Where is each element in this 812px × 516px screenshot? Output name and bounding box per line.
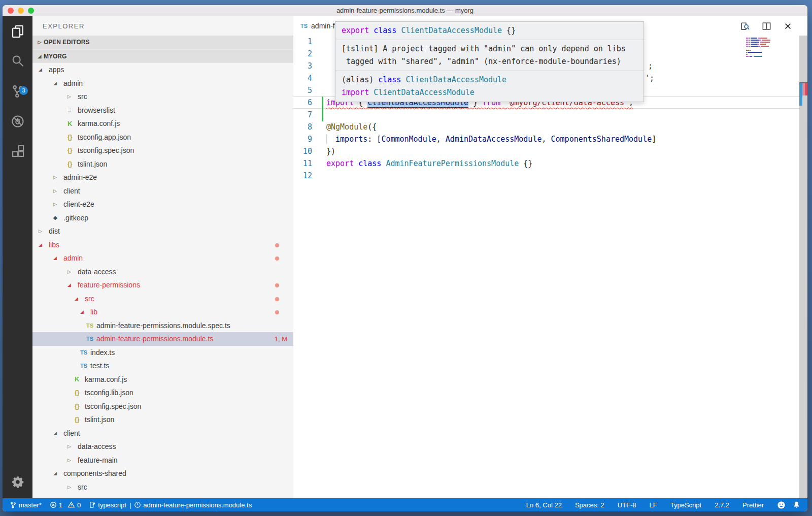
tree-item-src[interactable]: ▷src [32,480,293,494]
code-line-10[interactable]: 10}) [293,145,799,157]
extensions-icon[interactable] [3,136,32,166]
tree-item-karma.conf.js[interactable]: Kkarma.conf.js [32,117,293,131]
tree-item-libs[interactable]: ◢libs [32,238,293,252]
chevron-right-icon: ▷ [53,202,63,207]
explorer-icon[interactable] [3,16,32,46]
line-number: 7 [293,109,312,121]
tree-item-components-shared[interactable]: ◢components-shared [32,467,293,480]
tree-item-tslint.json[interactable]: {}tslint.json [32,157,293,171]
tree-item-.gitkeep[interactable]: ◆.gitkeep [32,211,293,225]
tree-item-feature-main[interactable]: ▷feature-main [32,454,293,467]
gutter [312,60,326,72]
git-file-icon: ◆ [53,215,63,220]
problems-modified-badge: 1, M [275,335,287,343]
code-text: imports: [CommonModule, AdminDataAccessM… [326,133,656,145]
tree-item-label: tslint.json [78,160,107,168]
tree-item-label: admin-feature-permissions.module.ts [96,335,213,343]
warning-count: 0 [77,501,81,509]
tree-item-client[interactable]: ▷client [32,184,293,198]
tree-item-feature-permissions[interactable]: ◢feature-permissions [32,278,293,292]
tree-item-label: test.ts [90,362,109,370]
tree-item-label: admin-e2e [63,173,97,181]
tree-item-data-access[interactable]: ▷data-access [32,440,293,454]
chevron-right-icon: ▷ [53,175,63,180]
workspace-root-section[interactable]: ◢ MYORG [32,50,293,63]
tree-item-admin-e2e[interactable]: ▷admin-e2e [32,171,293,184]
tree-item-admin[interactable]: ◢admin [32,77,293,90]
chevron-right-icon: ▷ [67,458,78,463]
code-line-12[interactable]: 12 [293,170,799,182]
language-mode-item[interactable]: TypeScript [670,501,701,509]
encoding-item[interactable]: UTF-8 [618,501,636,509]
feedback-smiley-icon[interactable] [777,501,786,509]
tree-item-admin[interactable]: ◢admin [32,251,293,265]
eol-item[interactable]: LF [650,501,657,509]
tree-item-tslint.json[interactable]: {}tslint.json [32,413,293,427]
tree-item-client[interactable]: ◢client [32,427,293,440]
tree-item-src[interactable]: ◢src [32,292,293,306]
formatter-item[interactable]: Prettier [742,501,764,509]
code-text: @NgModule({ [326,121,377,133]
tree-item-client-e2e[interactable]: ▷client-e2e [32,198,293,211]
tree-item-label: lib [90,308,97,316]
tree-item-label: browserslist [78,106,115,114]
status-bar: master* 1 0 typescript | admin-feature-p… [3,498,807,511]
code-line-9[interactable]: 9 imports: [CommonModule, AdminDataAcces… [293,133,799,145]
code-text: ; [648,60,653,72]
indentation-item[interactable]: Spaces: 2 [575,501,604,509]
tree-item-browserslist[interactable]: ≡browserslist [32,104,293,117]
tree-item-label: admin [63,254,83,262]
file-tree: ◢apps◢admin▷src≡browserslistKkarma.conf.… [32,63,293,498]
open-changes-icon[interactable] [740,21,750,31]
minimap[interactable] [746,38,778,58]
tooltip-tslint-message: [tslint] A project tagged with "admin" c… [335,40,644,71]
tree-item-tsconfig.app.json[interactable]: {}tsconfig.app.json [32,131,293,144]
problems-item[interactable]: 1 0 [50,501,81,509]
error-dot-badge [275,283,279,287]
debug-disabled-icon[interactable] [3,106,32,136]
chevron-down-icon: ◢ [53,471,63,476]
tooltip-signature: export class ClientDataAccessModule {} [335,22,644,40]
tree-item-tsconfig.lib.json[interactable]: {}tsconfig.lib.json [32,386,293,400]
tree-item-lib[interactable]: ◢lib [32,305,293,319]
code-line-7[interactable]: 7 [293,109,799,121]
tree-item-label: dist [49,227,60,235]
tree-item-dist[interactable]: ▷dist [32,224,293,238]
tree-item-tsconfig.spec.json[interactable]: {}tsconfig.spec.json [32,144,293,157]
overview-ruler[interactable] [799,36,807,498]
tree-item-src[interactable]: ▷src [32,90,293,104]
tree-item-test.ts[interactable]: TStest.ts [32,359,293,373]
tree-item-apps[interactable]: ◢apps [32,63,293,77]
close-editor-icon[interactable] [784,22,792,30]
source-control-icon[interactable] [3,76,32,106]
tree-item-label: karma.conf.js [78,119,120,127]
code-line-8[interactable]: 8@NgModule({ [293,121,799,133]
tslint-status-item[interactable]: typescript | admin-feature-permissions.m… [89,501,252,509]
code-text: export class AdminFeaturePermissionsModu… [326,157,532,170]
search-icon[interactable] [3,46,32,76]
open-editors-section[interactable]: ▷ OPEN EDITORS [32,36,293,50]
chevron-right-icon: ▷ [67,94,78,99]
tree-item-karma.conf.js[interactable]: Kkarma.conf.js [32,373,293,386]
chevron-right-icon: ▷ [67,444,78,449]
chevron-down-icon: ◢ [39,67,49,72]
split-editor-icon[interactable] [762,21,771,31]
git-branch-item[interactable]: master* [10,501,42,509]
tree-item-label: apps [49,66,64,74]
notifications-bell-icon[interactable] [793,501,800,509]
chevron-down-icon: ◢ [75,296,85,301]
line-number: 2 [293,48,312,60]
tree-item-data-access[interactable]: ▷data-access [32,265,293,279]
tree-item-admin-feature-permissions.module.spec.ts[interactable]: TSadmin-feature-permissions.module.spec.… [32,319,293,333]
cursor-position-item[interactable]: Ln 6, Col 22 [526,501,562,509]
ts-version-item[interactable]: 2.7.2 [715,501,729,509]
tree-item-tsconfig.spec.json[interactable]: {}tsconfig.spec.json [32,400,293,413]
tree-item-label: tsconfig.app.json [78,133,131,141]
tree-item-admin-feature-permissions.module.ts[interactable]: TSadmin-feature-permissions.module.ts1, … [32,332,293,346]
code-line-11[interactable]: 11export class AdminFeaturePermissionsMo… [293,157,799,170]
scm-badge: 3 [19,86,28,95]
tree-item-label: src [78,483,87,491]
tree-item-label: client [63,429,80,437]
settings-gear-icon[interactable] [3,466,32,498]
tree-item-index.ts[interactable]: TSindex.ts [32,346,293,360]
